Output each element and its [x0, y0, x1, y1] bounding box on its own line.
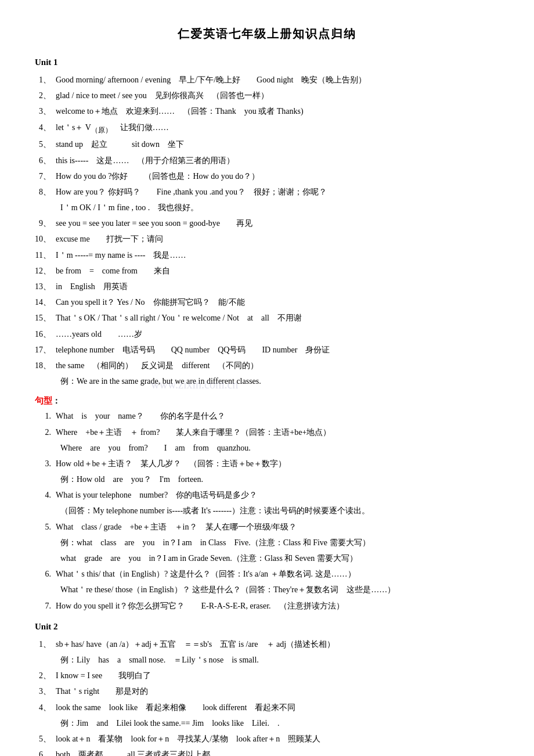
unit2-items: 1、 sb＋has/ have（an /a）＋adj＋五官 ＝＝sb's 五官 … [35, 637, 499, 756]
sentence-pattern-items: 1. What is your name？ 你的名字是什么？ 2. Where … [35, 409, 499, 613]
list-item: 6. What＇s this/ that（in English）? 这是什么？（… [35, 567, 499, 581]
list-item: 1. What is your name？ 你的名字是什么？ [35, 409, 499, 423]
list-item: 18、 the same （相同的） 反义词是 different （不同的） [35, 358, 499, 373]
list-item: 4、 look the same look like 看起来相像 look di… [35, 700, 499, 715]
list-item: 9、 see you = see you later = see you soo… [35, 216, 499, 231]
list-item: Where are you from? I am from quanzhou. [35, 441, 499, 455]
list-item: 7、 How do you do ?你好 （回答也是：How do you do… [35, 169, 499, 183]
list-item: 16、 ……years old ……岁 [35, 327, 499, 341]
list-item: 1、 sb＋has/ have（an /a）＋adj＋五官 ＝＝sb's 五官 … [35, 637, 499, 651]
list-item: 例：Jim and Lilei look the same.== Jim loo… [35, 716, 499, 730]
list-item: 5、 look at＋n 看某物 look for＋n 寻找某人/某物 look… [35, 732, 499, 746]
list-item: What＇re these/ those（in English）？ 这些是什么？… [35, 582, 499, 597]
list-item: 2、 glad / nice to meet / see you 见到你很高兴 … [35, 88, 499, 103]
list-item: 17、 telephone number 电话号码 QQ number QQ号码… [35, 343, 499, 357]
list-item: 4. What is your telephone number? 你的电话号码… [35, 488, 499, 502]
list-item: what grade are you in？I am in Grade Seve… [35, 551, 499, 566]
list-item: 3、 That＇s right 那是对的 [35, 684, 499, 699]
list-item: 例：Lily has a small nose. ＝Lily＇s nose is… [35, 653, 499, 667]
list-item: 14、 Can you spell it？ Yes / No 你能拼写它吗？ 能… [35, 295, 499, 309]
list-item: 7. How do you spell it？你怎么拼写它？ E-R-A-S-E… [35, 599, 499, 613]
list-item: （回答：My telephone number is----或者 It's --… [35, 503, 499, 518]
list-item: 12、 be from = come from 来自 [35, 264, 499, 278]
list-item: 10、 excuse me 打扰一下；请问 [35, 232, 499, 246]
list-item: 3. How old＋be＋主语？ 某人几岁？ （回答：主语＋be＋数字） [35, 456, 499, 471]
list-item: 6、 both 两者都…… all 三者或者三者以上都…… [35, 747, 499, 756]
sentence-pattern-section: 句型： [35, 393, 499, 409]
unit2-title: Unit 2 [35, 619, 499, 635]
page-title: 仁爱英语七年级上册知识点归纳 [35, 23, 499, 44]
list-item: 3、 welcome to＋地点 欢迎来到…… （回答：Thank you 或者… [35, 104, 499, 118]
colon: ： [52, 397, 60, 405]
list-item: 6、 this is----- 这是…… （用于介绍第三者的用语） [35, 153, 499, 168]
list-item: 例：what class are you in？I am in Class Fi… [35, 535, 499, 550]
list-item: 8、 How are you？ 你好吗？ Fine ,thank you .an… [35, 185, 499, 199]
unit1-items: 1、 Good morning/ afternoon / evening 早上/… [35, 73, 499, 388]
sentence-pattern-title: 句型 [35, 396, 52, 405]
list-item: 2. Where +be＋主语 ＋ from? 某人来自于哪里？（回答：主语+b… [35, 425, 499, 440]
list-item: 13、 in English 用英语 [35, 279, 499, 294]
list-item: I＇m OK / I＇m fine , too . 我也很好。 [35, 200, 499, 215]
example-text: 例：We are in the same grade, but we are i… [60, 377, 261, 386]
unit1-title: Unit 1 [35, 55, 499, 70]
list-item: 15、 That＇s OK / That＇s all right / You＇r… [35, 311, 499, 325]
list-item: 2、 I know = I see 我明白了 [35, 668, 499, 683]
list-item: 例：How old are you？ I'm forteen. [35, 472, 499, 487]
list-item: 11、 I＇m -----= my name is ---- 我是…… [35, 248, 499, 262]
list-item: 4、 let＇s＋ V（原） 让我们做…… [35, 120, 499, 136]
list-item: 1、 Good morning/ afternoon / evening 早上/… [35, 73, 499, 87]
list-item: 5. What class / grade +be＋主语 ＋in？ 某人在哪一个… [35, 520, 499, 534]
list-item: 5、 stand up 起立 sit down 坐下 [35, 137, 499, 152]
